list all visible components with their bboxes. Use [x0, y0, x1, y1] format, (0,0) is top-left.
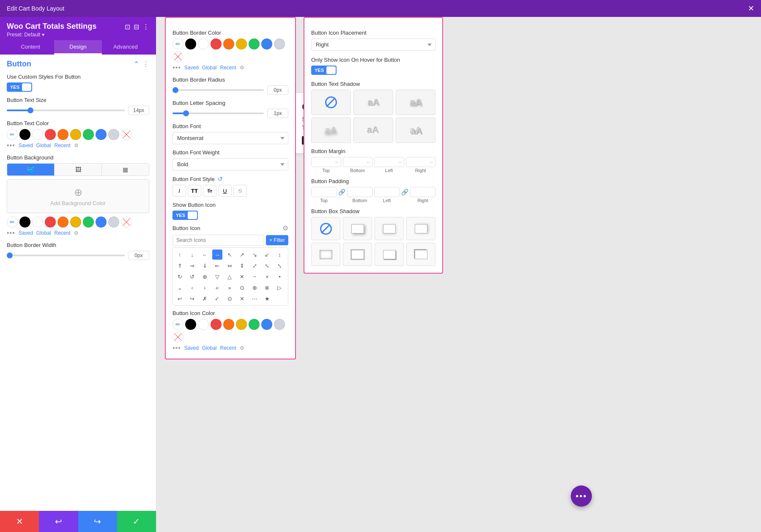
border-radius-track[interactable]: [172, 89, 264, 91]
ic-swatch-black[interactable]: [185, 319, 196, 330]
swatch-light[interactable]: [108, 129, 119, 140]
bg-swatch-red[interactable]: [45, 217, 56, 228]
icon-up3[interactable]: △: [224, 271, 235, 282]
italic-button[interactable]: I: [172, 185, 186, 197]
bg-color-picker[interactable]: ✏: [7, 217, 18, 228]
bc-swatch-white[interactable]: [198, 38, 209, 49]
swatch-black[interactable]: [19, 129, 30, 140]
icon-play[interactable]: ▷: [274, 282, 285, 293]
bc-gear-icon[interactable]: ⚙: [240, 65, 244, 71]
margin-right-input[interactable]: [406, 157, 428, 167]
float-button[interactable]: •••: [571, 485, 592, 507]
swatch-white[interactable]: [32, 129, 43, 140]
box-shadow-6[interactable]: [375, 243, 404, 266]
icon-left[interactable]: ←: [200, 250, 210, 260]
ic-swatch-orange[interactable]: [223, 319, 234, 330]
icon-move[interactable]: ⊕: [200, 271, 210, 282]
icon-settings-icon[interactable]: ⚙: [282, 224, 288, 232]
section-more-icon[interactable]: ⋮: [142, 60, 149, 68]
tab-content[interactable]: Content: [7, 40, 54, 55]
ic-swatch-red[interactable]: [211, 319, 222, 330]
letter-spacing-track[interactable]: [172, 112, 264, 114]
color-gear-icon[interactable]: ⚙: [74, 143, 79, 148]
icon-double-left[interactable]: «: [212, 282, 222, 293]
swatch-clear[interactable]: [121, 129, 132, 140]
icon-close[interactable]: ✕: [237, 293, 247, 304]
margin-left-input[interactable]: [375, 157, 397, 167]
icon-downleft[interactable]: ↙: [262, 250, 272, 260]
icon-back[interactable]: ↩: [175, 293, 185, 304]
recent-label[interactable]: Recent: [55, 143, 71, 148]
close-icon[interactable]: ✕: [748, 4, 754, 13]
panel-preset[interactable]: Preset: Default ▾: [7, 32, 149, 38]
icon-forward[interactable]: ↪: [187, 293, 197, 304]
swatch-yellow[interactable]: [70, 129, 81, 140]
bg-tab-color[interactable]: 🪣: [7, 164, 55, 176]
icon-down2[interactable]: ⇓: [200, 261, 210, 271]
shadow-1[interactable]: aA: [353, 90, 393, 115]
icon-expand[interactable]: ⤢: [249, 261, 260, 271]
underline-button[interactable]: U: [218, 185, 232, 197]
more-icon[interactable]: ⋮: [142, 23, 149, 31]
icon-chevron-left[interactable]: ‹: [187, 282, 197, 293]
box-shadow-4[interactable]: [311, 243, 340, 266]
padding-bottom-input[interactable]: 15px: [347, 187, 372, 197]
font-select[interactable]: Montserrat: [172, 132, 288, 144]
icon-more[interactable]: ⋯: [249, 293, 260, 304]
text-size-track[interactable]: [7, 110, 125, 111]
ic-recent[interactable]: Recent: [220, 345, 236, 351]
bc-swatch-blue[interactable]: [261, 38, 272, 49]
bg-swatch-light[interactable]: [108, 217, 119, 228]
shadow-none[interactable]: [311, 90, 351, 115]
bg-swatch-blue[interactable]: [96, 217, 107, 228]
icon-check[interactable]: ✓: [212, 293, 222, 304]
ic-gear-icon[interactable]: ⚙: [240, 345, 244, 351]
bg-global-label[interactable]: Global: [36, 230, 51, 236]
cancel-button[interactable]: ✕: [0, 511, 39, 532]
bc-saved[interactable]: Saved: [184, 65, 199, 71]
icon-minus[interactable]: −: [249, 271, 260, 282]
bc-swatch-clear[interactable]: [172, 51, 183, 62]
bg-swatch-green[interactable]: [83, 217, 94, 228]
icon-up2[interactable]: ⇑: [175, 261, 185, 271]
redo-button[interactable]: ↪: [78, 511, 117, 532]
swatch-orange[interactable]: [57, 129, 68, 140]
bc-swatch-red[interactable]: [211, 38, 222, 49]
border-width-value[interactable]: 0px: [128, 251, 149, 260]
tab-design[interactable]: Design: [54, 40, 101, 55]
icon-expand2[interactable]: ⤣: [274, 261, 285, 271]
icon-chevron-right[interactable]: ›: [200, 282, 210, 293]
tt-button[interactable]: TT: [188, 185, 201, 197]
padding-link-icon-2[interactable]: 🔗: [401, 189, 408, 195]
bc-global[interactable]: Global: [202, 65, 217, 71]
icon-chevron-down[interactable]: ⌄: [175, 282, 185, 293]
box-shadow-3[interactable]: [406, 217, 435, 240]
icon-search-input[interactable]: [172, 235, 264, 246]
icon-cross3[interactable]: ✗: [200, 293, 210, 304]
icon-cross[interactable]: ✕: [237, 271, 247, 282]
global-label[interactable]: Global: [36, 143, 51, 148]
bc-dots[interactable]: •••: [172, 64, 181, 71]
bc-swatch-yellow[interactable]: [236, 38, 247, 49]
icon-up[interactable]: ↑: [175, 250, 185, 260]
swatch-blue[interactable]: [96, 129, 107, 140]
ic-swatch-clear[interactable]: [172, 332, 183, 343]
letter-spacing-value[interactable]: 1px: [267, 109, 288, 118]
expand-icon[interactable]: ⊡: [125, 23, 130, 31]
bg-tab-gradient[interactable]: ▦: [102, 164, 149, 176]
box-shadow-7[interactable]: [406, 243, 435, 266]
icon-stretch-v2[interactable]: ⇕: [237, 261, 247, 271]
bg-gear-icon[interactable]: ⚙: [74, 230, 79, 236]
icon-right2[interactable]: ⇒: [187, 261, 197, 271]
icon-ccw[interactable]: ↺: [187, 271, 197, 282]
padding-right-input[interactable]: 50px: [410, 187, 435, 197]
icon-left2[interactable]: ⇐: [212, 261, 222, 271]
ic-saved[interactable]: Saved: [184, 345, 199, 351]
text-size-value[interactable]: 14px: [128, 106, 149, 115]
strikethrough-button[interactable]: Tr: [203, 185, 216, 197]
text-color-picker[interactable]: ✏: [7, 129, 18, 140]
strikeout-button[interactable]: S: [233, 185, 247, 197]
bc-swatch-green[interactable]: [249, 38, 260, 49]
bg-preview[interactable]: ⊕ Add Background Color: [7, 179, 149, 213]
bg-swatch-orange[interactable]: [57, 217, 68, 228]
